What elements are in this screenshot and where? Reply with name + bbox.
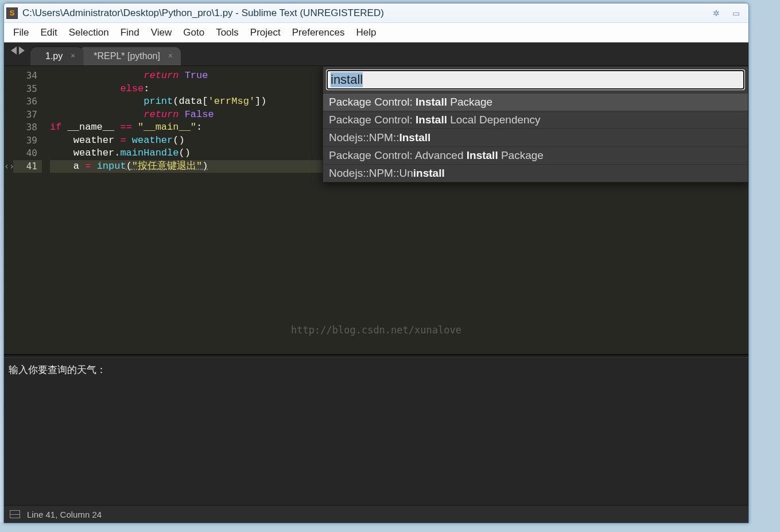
close-icon[interactable]: × <box>168 52 173 60</box>
palette-result[interactable]: Nodejs::NPM::Install <box>323 129 748 146</box>
fold-gutter: ‹› <box>4 66 13 354</box>
palette-search-input[interactable] <box>327 70 744 90</box>
window-controls: ✲ ▭ <box>709 7 746 19</box>
palette-result[interactable]: Package Control: Install Package <box>323 93 748 111</box>
fold-marker <box>4 147 13 160</box>
menu-find[interactable]: Find <box>115 25 145 40</box>
menu-edit[interactable]: Edit <box>34 25 63 40</box>
line-number-gutter: 3435363738394041 <box>13 66 42 354</box>
statusbar: Line 41, Column 24 <box>4 505 748 523</box>
line-number: 37 <box>13 108 37 122</box>
editor-area: ‹› 3435363738394041 return True else: pr… <box>4 66 748 505</box>
titlebar[interactable]: S C:\Users\Administrator\Desktop\Python_… <box>4 3 748 23</box>
fold-marker <box>4 95 13 108</box>
menu-help[interactable]: Help <box>350 25 382 40</box>
fold-marker <box>4 121 13 134</box>
palette-result[interactable]: Package Control: Advanced Install Packag… <box>323 146 748 164</box>
maximize-icon[interactable]: ▭ <box>729 7 743 19</box>
tab-label: 1.py <box>45 51 63 61</box>
tab-repl[interactable]: *REPL* [python] × <box>79 47 181 65</box>
tabstrip: 1.py × *REPL* [python] × <box>4 42 748 66</box>
cursor-position: Line 41, Column 24 <box>27 510 102 519</box>
client-area: 1.py × *REPL* [python] × ‹› 343536373839… <box>4 42 748 523</box>
line-number: 36 <box>13 95 37 108</box>
output-pane[interactable]: 输入你要查询的天气： <box>4 358 748 505</box>
nav-back-icon[interactable] <box>11 46 17 55</box>
fold-marker <box>4 69 13 83</box>
menu-goto[interactable]: Goto <box>177 25 210 40</box>
menu-file[interactable]: File <box>7 25 34 40</box>
line-number: 38 <box>13 121 37 134</box>
tab-history-nav <box>9 39 30 65</box>
line-number: 34 <box>13 69 37 83</box>
close-icon[interactable]: × <box>71 52 75 60</box>
sublime-window: S C:\Users\Administrator\Desktop\Python_… <box>3 3 749 523</box>
settings-hint-icon[interactable]: ✲ <box>709 7 723 19</box>
line-number: 39 <box>13 134 37 147</box>
fold-marker <box>4 108 13 122</box>
menu-preferences[interactable]: Preferences <box>286 25 351 40</box>
line-number: 35 <box>13 83 37 96</box>
panel-switcher-icon[interactable] <box>10 510 20 518</box>
palette-result[interactable]: Nodejs::NPM::Uninstall <box>323 164 748 182</box>
menu-tools[interactable]: Tools <box>210 25 245 40</box>
command-palette: Package Control: Install PackagePackage … <box>323 66 748 182</box>
palette-results: Package Control: Install PackagePackage … <box>323 93 748 182</box>
menu-view[interactable]: View <box>145 25 178 40</box>
tab-1py[interactable]: 1.py × <box>30 47 83 65</box>
menu-selection[interactable]: Selection <box>63 25 115 40</box>
menu-project[interactable]: Project <box>245 25 286 40</box>
nav-forward-icon[interactable] <box>19 46 25 55</box>
app-icon: S <box>6 7 18 19</box>
tab-label: *REPL* [python] <box>94 51 160 61</box>
window-title: C:\Users\Administrator\Desktop\Python_pr… <box>22 7 709 19</box>
line-number: 40 <box>13 147 37 160</box>
fold-marker <box>4 134 13 147</box>
line-number: 41 <box>13 160 42 173</box>
palette-result[interactable]: Package Control: Install Local Dependenc… <box>323 111 748 129</box>
output-text: 输入你要查询的天气： <box>9 364 106 375</box>
menubar: File Edit Selection Find View Goto Tools… <box>4 23 748 42</box>
palette-search-wrap <box>323 67 748 93</box>
code-pane[interactable]: ‹› 3435363738394041 return True else: pr… <box>4 66 748 354</box>
fold-marker <box>4 83 13 96</box>
fold-marker: ‹› <box>4 160 13 173</box>
